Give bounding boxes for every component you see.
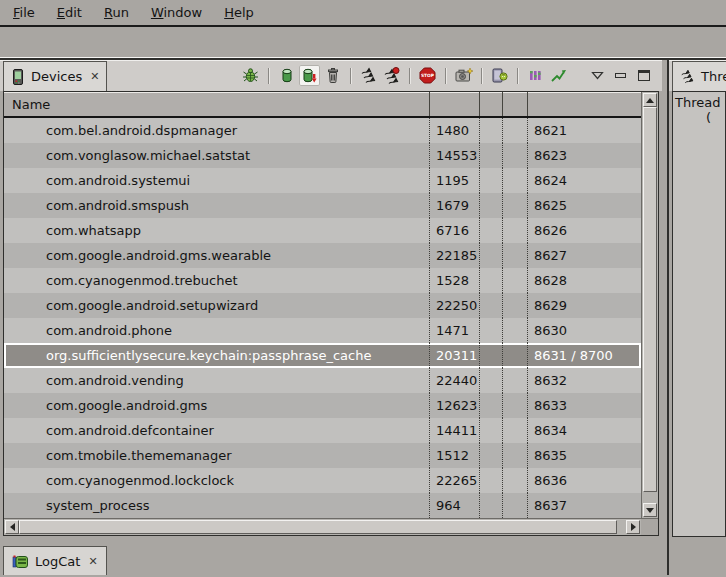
pid-cell: 14553 xyxy=(430,143,480,168)
menu-item-help[interactable]: Help xyxy=(213,2,265,23)
pid-cell: 1480 xyxy=(430,118,480,143)
vertical-scrollbar[interactable] xyxy=(641,92,658,518)
capture-systrace-icon[interactable] xyxy=(525,65,546,86)
menu-item-file[interactable]: File xyxy=(2,2,46,23)
empty-cell xyxy=(480,493,503,518)
main-toolbar xyxy=(0,27,726,58)
port-cell: 8626 xyxy=(528,218,641,243)
process-name-cell: org.sufficientlysecure.keychain:passphra… xyxy=(4,343,430,368)
table-row[interactable]: com.android.phone14718630 xyxy=(4,318,641,343)
empty-cell xyxy=(480,343,503,368)
scroll-up-button[interactable] xyxy=(643,93,657,107)
tab-logcat-close-icon[interactable]: ✕ xyxy=(86,555,97,568)
empty-cell xyxy=(503,343,528,368)
table-row[interactable]: com.android.smspush16798625 xyxy=(4,193,641,218)
menu-item-edit[interactable]: Edit xyxy=(46,2,93,23)
process-name-cell: com.tmobile.thememanager xyxy=(4,443,430,468)
port-cell: 8624 xyxy=(528,168,641,193)
table-row[interactable]: com.google.android.gms126238633 xyxy=(4,393,641,418)
tab-logcat-label: LogCat xyxy=(35,554,80,569)
device-phone-icon xyxy=(11,69,25,85)
devices-tabstrip: Devices ✕ xyxy=(0,60,662,91)
empty-cell xyxy=(480,393,503,418)
update-heap-icon[interactable] xyxy=(276,65,297,86)
empty-cell xyxy=(503,293,528,318)
process-name-cell: com.cyanogenmod.trebuchet xyxy=(4,268,430,293)
arrow-up-icon xyxy=(646,98,654,103)
pid-cell: 12623 xyxy=(430,393,480,418)
start-method-profiling-icon[interactable] xyxy=(381,65,402,86)
horizontal-scrollbar[interactable] xyxy=(4,519,641,535)
process-name-cell: com.bel.android.dspmanager xyxy=(4,118,430,143)
stop-process-icon[interactable]: STOP xyxy=(417,65,438,86)
tab-threads-label: Threads xyxy=(701,69,726,84)
threads-pane: Threads Thread up ( xyxy=(667,60,726,575)
toolbar-separator xyxy=(350,68,351,84)
empty-cell xyxy=(503,243,528,268)
column-header-pid[interactable] xyxy=(430,92,480,116)
threads-tab-icon xyxy=(680,69,695,84)
empty-cell xyxy=(503,168,528,193)
scroll-left-button[interactable] xyxy=(5,520,19,534)
empty-cell xyxy=(480,468,503,493)
dump-view-hierarchy-icon[interactable] xyxy=(489,65,510,86)
arrow-down-icon xyxy=(646,508,654,513)
table-row[interactable]: com.tmobile.thememanager15128635 xyxy=(4,443,641,468)
table-row[interactable]: com.google.android.gms.wearable221858627 xyxy=(4,243,641,268)
scrollbar-corner xyxy=(641,519,658,535)
tab-logcat[interactable]: LogCat ✕ xyxy=(3,546,107,575)
empty-cell xyxy=(480,193,503,218)
start-opengl-trace-icon[interactable] xyxy=(548,65,569,86)
process-name-cell: com.android.systemui xyxy=(4,168,430,193)
table-row[interactable]: com.google.android.setupwizard222508629 xyxy=(4,293,641,318)
empty-cell xyxy=(480,443,503,468)
device-table-body: com.bel.android.dspmanager14808621com.vo… xyxy=(4,118,641,518)
horizontal-scrollbar-thumb[interactable] xyxy=(19,520,617,534)
empty-cell xyxy=(480,368,503,393)
debug-process-icon[interactable] xyxy=(240,65,261,86)
table-row[interactable]: com.bel.android.dspmanager14808621 xyxy=(4,118,641,143)
tab-threads[interactable]: Threads xyxy=(672,61,726,91)
vertical-scrollbar-thumb[interactable] xyxy=(643,107,657,492)
table-row[interactable]: com.android.systemui11958624 xyxy=(4,168,641,193)
process-name-cell: com.android.phone xyxy=(4,318,430,343)
screen-capture-icon[interactable] xyxy=(453,65,474,86)
stop-icon-text: STOP xyxy=(421,73,435,78)
views-area: Devices ✕ xyxy=(0,58,726,575)
column-header[interactable] xyxy=(503,92,528,116)
maximize-icon[interactable] xyxy=(633,65,654,86)
pid-cell: 22250 xyxy=(430,293,480,318)
tab-devices-label: Devices xyxy=(31,69,82,84)
table-row[interactable]: com.cyanogenmod.trebuchet15288628 xyxy=(4,268,641,293)
process-name-cell: com.google.android.setupwizard xyxy=(4,293,430,318)
empty-cell xyxy=(503,418,528,443)
table-row[interactable]: system_process9648637 xyxy=(4,493,641,518)
tab-devices[interactable]: Devices ✕ xyxy=(3,61,107,91)
logcat-tabstrip: LogCat ✕ xyxy=(0,536,662,575)
table-row[interactable]: com.android.defcontainer144118634 xyxy=(4,418,641,443)
menu-item-window[interactable]: Window xyxy=(140,2,213,23)
empty-cell xyxy=(480,118,503,143)
scroll-down-button[interactable] xyxy=(643,503,657,517)
table-row[interactable]: com.cyanogenmod.lockclock222658636 xyxy=(4,468,641,493)
port-cell: 8621 xyxy=(528,118,641,143)
minimize-icon[interactable] xyxy=(610,65,631,86)
column-header-name[interactable]: Name xyxy=(4,92,430,116)
cause-gc-icon[interactable] xyxy=(322,65,343,86)
column-header-port[interactable] xyxy=(528,92,641,116)
toolbar-separator xyxy=(268,68,269,84)
scroll-right-button[interactable] xyxy=(626,520,640,534)
threads-content: Thread up ( xyxy=(672,91,726,537)
table-row[interactable]: com.whatsapp67168626 xyxy=(4,218,641,243)
dump-hprof-icon[interactable] xyxy=(299,65,320,86)
update-threads-icon[interactable] xyxy=(358,65,379,86)
view-menu-icon[interactable] xyxy=(587,65,608,86)
table-row[interactable]: com.android.vending224408632 xyxy=(4,368,641,393)
table-row[interactable]: com.vonglasow.michael.satstat145538623 xyxy=(4,143,641,168)
empty-cell xyxy=(503,118,528,143)
menu-item-run[interactable]: Run xyxy=(93,2,140,23)
column-header[interactable] xyxy=(480,92,503,116)
tab-devices-close-icon[interactable]: ✕ xyxy=(88,70,99,83)
table-row[interactable]: org.sufficientlysecure.keychain:passphra… xyxy=(4,343,641,368)
port-cell: 8627 xyxy=(528,243,641,268)
